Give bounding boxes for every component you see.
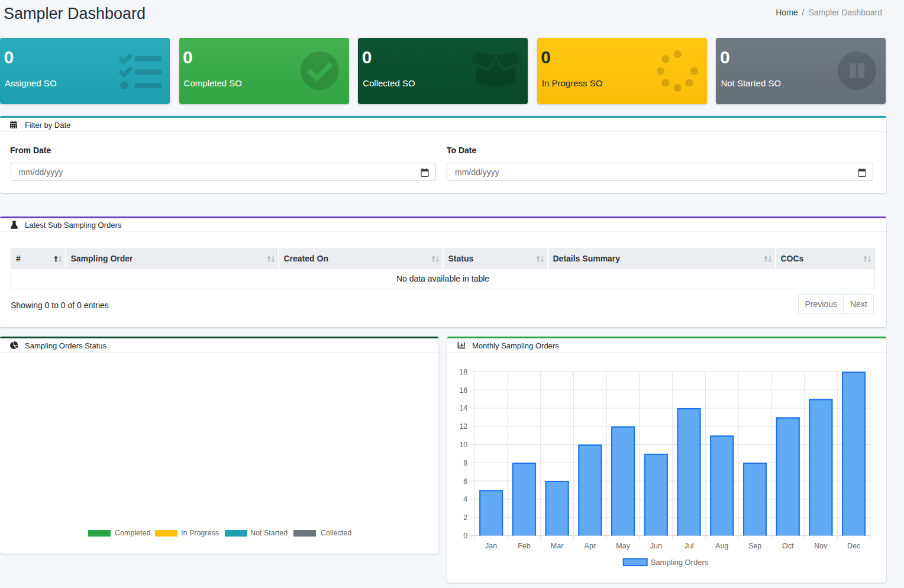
svg-text:Feb: Feb — [518, 542, 531, 550]
svg-text:10: 10 — [459, 441, 467, 449]
svg-text:Jul: Jul — [685, 542, 694, 550]
svg-text:8: 8 — [463, 459, 467, 467]
svg-text:Dec: Dec — [847, 542, 860, 550]
svg-text:Mar: Mar — [551, 542, 564, 550]
svg-text:Apr: Apr — [585, 542, 596, 550]
svg-text:Aug: Aug — [715, 542, 728, 550]
svg-text:Sampling Orders: Sampling Orders — [651, 558, 709, 567]
svg-text:Sep: Sep — [748, 542, 761, 550]
svg-text:Jun: Jun — [650, 542, 662, 550]
svg-text:18: 18 — [459, 368, 467, 376]
svg-text:2: 2 — [463, 513, 467, 522]
svg-text:14: 14 — [459, 404, 467, 412]
svg-text:0: 0 — [463, 532, 467, 540]
svg-text:Jan: Jan — [485, 542, 497, 550]
svg-text:Oct: Oct — [782, 542, 794, 550]
svg-text:4: 4 — [463, 495, 467, 503]
svg-text:Nov: Nov — [814, 542, 828, 550]
svg-text:6: 6 — [463, 477, 467, 486]
svg-text:12: 12 — [459, 422, 467, 431]
svg-text:16: 16 — [459, 386, 467, 395]
svg-text:May: May — [616, 542, 630, 550]
